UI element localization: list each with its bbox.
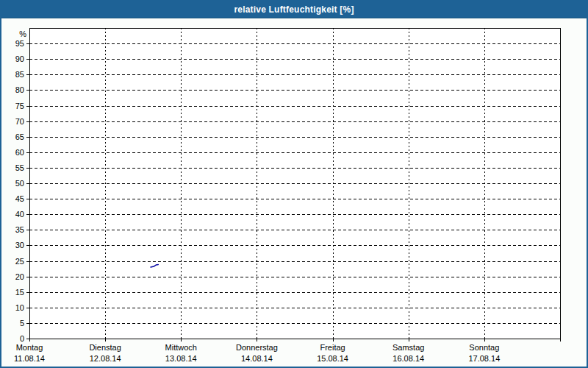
x-label-date: 13.08.14 xyxy=(165,354,197,363)
chart-window: relative Luftfeuchtigkeit [%] 0510152025… xyxy=(0,0,588,368)
svg-text:65: 65 xyxy=(15,132,24,141)
x-axis-labels: Montag11.08.14Dienstag12.08.14Mittwoch13… xyxy=(14,343,500,363)
y-axis-labels: 05101520253035404550556065707580859095 xyxy=(15,39,24,343)
svg-text:15: 15 xyxy=(15,288,24,297)
svg-text:90: 90 xyxy=(15,54,24,63)
svg-text:50: 50 xyxy=(15,179,24,188)
svg-text:30: 30 xyxy=(15,241,24,250)
svg-text:0: 0 xyxy=(20,334,24,343)
x-label-day: Donnerstag xyxy=(236,343,278,352)
humidity-chart-plot: 05101520253035404550556065707580859095%M… xyxy=(1,18,587,367)
x-label-date: 17.08.14 xyxy=(468,354,500,363)
y-axis-unit-label: % xyxy=(19,29,26,38)
x-label-date: 14.08.14 xyxy=(241,354,273,363)
x-label-day: Dienstag xyxy=(89,343,121,352)
svg-text:80: 80 xyxy=(15,85,24,94)
svg-text:55: 55 xyxy=(15,163,24,172)
title-bar: relative Luftfeuchtigkeit [%] xyxy=(1,1,587,18)
svg-text:75: 75 xyxy=(15,102,24,110)
x-label-date: 12.08.14 xyxy=(90,354,121,363)
x-label-date: 15.08.14 xyxy=(317,354,348,363)
x-label-day: Mittwoch xyxy=(165,343,197,352)
svg-text:60: 60 xyxy=(15,148,24,157)
x-label-date: 16.08.14 xyxy=(392,354,424,363)
x-label-date: 11.08.14 xyxy=(14,354,45,363)
svg-text:95: 95 xyxy=(15,39,24,48)
svg-text:35: 35 xyxy=(15,225,24,234)
svg-text:5: 5 xyxy=(20,319,24,328)
svg-text:25: 25 xyxy=(15,257,24,266)
chart-title: relative Luftfeuchtigkeit [%] xyxy=(234,4,354,15)
svg-text:70: 70 xyxy=(15,117,24,126)
x-label-day: Montag xyxy=(16,343,43,352)
svg-text:10: 10 xyxy=(15,303,24,312)
svg-text:20: 20 xyxy=(15,272,24,281)
svg-text:45: 45 xyxy=(15,194,24,203)
svg-text:40: 40 xyxy=(15,210,24,219)
x-label-day: Samstag xyxy=(392,343,424,352)
x-label-day: Freitag xyxy=(320,343,345,352)
x-label-day: Sonntag xyxy=(469,343,499,352)
svg-text:85: 85 xyxy=(15,70,24,79)
